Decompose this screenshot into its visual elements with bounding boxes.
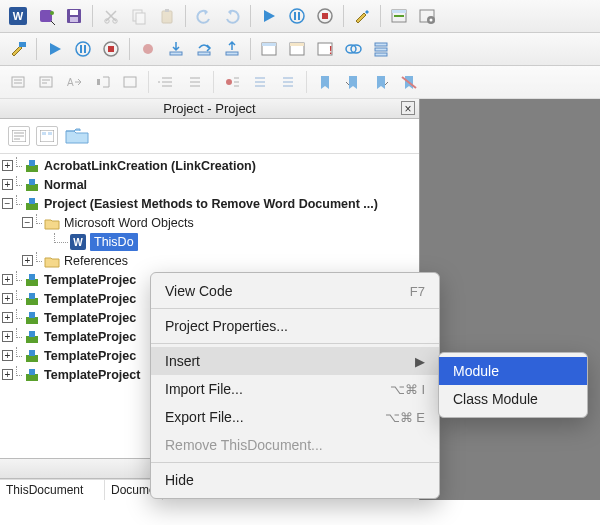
svg-rect-12: [165, 9, 169, 12]
save-icon[interactable]: [62, 4, 86, 28]
submenu-class-module[interactable]: Class Module: [439, 385, 587, 413]
comment-icon[interactable]: [118, 70, 142, 94]
svg-rect-10: [136, 13, 145, 24]
bookmark-clear-icon[interactable]: [397, 70, 421, 94]
collapse-icon[interactable]: −: [2, 198, 13, 209]
indent-left-icon[interactable]: [183, 70, 207, 94]
menu-insert[interactable]: Insert ▶: [151, 347, 439, 375]
compile-icon[interactable]: [6, 37, 30, 61]
svg-rect-65: [29, 293, 35, 299]
svg-rect-19: [392, 10, 406, 13]
bookmark-toggle-icon[interactable]: [313, 70, 337, 94]
collapse-icon[interactable]: −: [22, 217, 33, 228]
undo-icon[interactable]: [192, 4, 216, 28]
toggle-folders-icon[interactable]: [64, 125, 92, 147]
svg-point-49: [226, 79, 232, 85]
menu-view-code[interactable]: View Code F7: [151, 277, 439, 305]
close-panel-icon[interactable]: ×: [401, 101, 415, 115]
menu-label: Remove ThisDocument...: [165, 437, 323, 453]
outdent-icon[interactable]: [90, 70, 114, 94]
stop-icon[interactable]: [313, 4, 337, 28]
svg-rect-57: [29, 179, 35, 185]
svg-rect-59: [29, 198, 35, 204]
svg-rect-5: [70, 10, 78, 15]
menu-project-properties[interactable]: Project Properties...: [151, 312, 439, 340]
property-name[interactable]: ThisDocument: [0, 480, 105, 500]
svg-rect-54: [26, 165, 38, 172]
submenu-module[interactable]: Module: [439, 357, 587, 385]
menu-hide[interactable]: Hide: [151, 466, 439, 494]
list-properties-icon[interactable]: [6, 70, 30, 94]
step-out-icon[interactable]: [220, 37, 244, 61]
menu-export-file[interactable]: Export File... ⌥⌘ E: [151, 403, 439, 431]
tree-node[interactable]: TemplateProjec: [44, 309, 136, 327]
tree-node[interactable]: Normal: [44, 176, 87, 194]
paste-icon[interactable]: [155, 4, 179, 28]
tree-node[interactable]: TemplateProjec: [44, 328, 136, 346]
svg-rect-31: [170, 52, 182, 55]
pause-icon[interactable]: [285, 4, 309, 28]
expand-icon[interactable]: +: [2, 369, 13, 380]
word-app-icon[interactable]: W: [6, 4, 30, 28]
bookmark-prev-icon[interactable]: [369, 70, 393, 94]
expand-icon[interactable]: +: [2, 274, 13, 285]
tree-node[interactable]: TemplateProjec: [44, 347, 136, 365]
tree-node[interactable]: AcrobatLinkCreation (LinkCreation): [44, 157, 256, 175]
stop-icon-2[interactable]: [99, 37, 123, 61]
list-constants-icon[interactable]: [34, 70, 58, 94]
project-explorer-icon[interactable]: [387, 4, 411, 28]
view-code-toggle-icon[interactable]: [8, 126, 30, 146]
tree-node[interactable]: Project (Easiest Methods to Remove Word …: [44, 195, 378, 213]
module-dropdown-icon[interactable]: [34, 4, 58, 28]
expand-icon[interactable]: +: [2, 350, 13, 361]
svg-rect-52: [42, 132, 46, 135]
run-icon-2[interactable]: [43, 37, 67, 61]
breakpoint-icon[interactable]: [136, 37, 160, 61]
toggle-breakpoint-icon[interactable]: [220, 70, 244, 94]
call-stack-icon[interactable]: [369, 37, 393, 61]
svg-rect-55: [29, 160, 35, 166]
context-menu: View Code F7 Project Properties... Inser…: [150, 272, 440, 499]
menu-label: Module: [453, 363, 499, 379]
step-into-icon[interactable]: [164, 37, 188, 61]
immediate-window-icon[interactable]: [285, 37, 309, 61]
tree-node-selected[interactable]: ThisDo: [90, 233, 138, 251]
pause-icon-2[interactable]: [71, 37, 95, 61]
svg-rect-2: [40, 10, 52, 22]
expand-icon[interactable]: +: [2, 312, 13, 323]
tree-node[interactable]: Microsoft Word Objects: [64, 214, 194, 232]
comment-block-icon[interactable]: [248, 70, 272, 94]
expand-icon[interactable]: +: [2, 331, 13, 342]
expand-icon[interactable]: +: [2, 179, 13, 190]
run-icon[interactable]: [257, 4, 281, 28]
locals-window-icon[interactable]: [257, 37, 281, 61]
watch-window-icon[interactable]: !: [313, 37, 337, 61]
uncomment-block-icon[interactable]: [276, 70, 300, 94]
tree-node[interactable]: References: [64, 252, 128, 270]
step-over-icon[interactable]: [192, 37, 216, 61]
svg-text:!: !: [329, 45, 332, 56]
expand-icon[interactable]: +: [2, 160, 13, 171]
svg-rect-33: [226, 52, 238, 55]
vba-project-icon: [24, 367, 40, 383]
bookmark-next-icon[interactable]: [341, 70, 365, 94]
tree-node[interactable]: TemplateProjec: [44, 290, 136, 308]
svg-rect-70: [26, 355, 38, 362]
indent-right-icon[interactable]: [155, 70, 179, 94]
quick-watch-icon[interactable]: [341, 37, 365, 61]
redo-icon[interactable]: [220, 4, 244, 28]
menu-import-file[interactable]: Import File... ⌥⌘ I: [151, 375, 439, 403]
expand-icon[interactable]: +: [2, 293, 13, 304]
menu-label: View Code: [165, 283, 232, 299]
properties-window-icon[interactable]: [415, 4, 439, 28]
svg-rect-27: [84, 45, 86, 53]
copy-icon[interactable]: [127, 4, 151, 28]
indent-icon[interactable]: A: [62, 70, 86, 94]
svg-point-30: [143, 44, 153, 54]
tree-node[interactable]: TemplateProject: [44, 366, 140, 384]
expand-icon[interactable]: +: [22, 255, 33, 266]
view-object-toggle-icon[interactable]: [36, 126, 58, 146]
design-mode-icon[interactable]: [350, 4, 374, 28]
tree-node[interactable]: TemplateProjec: [44, 271, 136, 289]
cut-icon[interactable]: [99, 4, 123, 28]
